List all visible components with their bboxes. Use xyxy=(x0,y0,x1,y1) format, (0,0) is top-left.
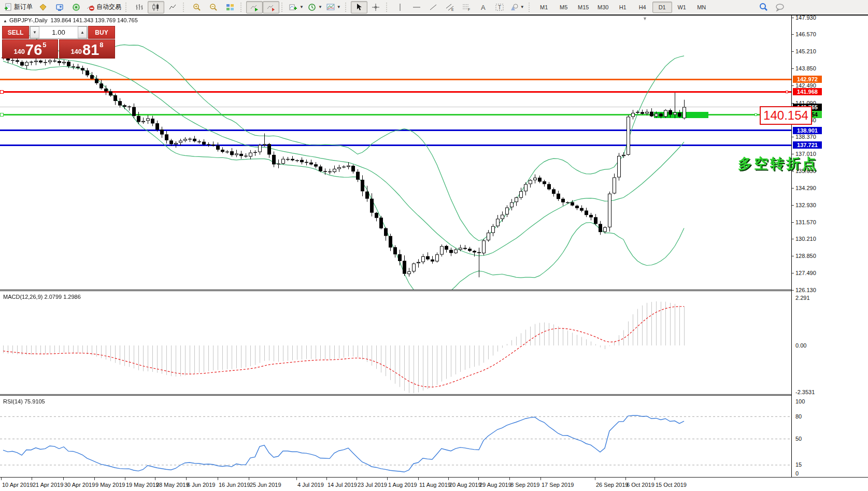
terminal-window: { "window": { "collapse_marker": "▲", "s… xyxy=(0,0,868,491)
timeframe-button-w1[interactable]: W1 xyxy=(672,2,692,13)
timeframe-button-h4[interactable]: H4 xyxy=(633,2,652,13)
price-tick-mark xyxy=(792,205,794,206)
price-callout-box[interactable]: 140.154 xyxy=(760,106,812,125)
date-tick-mark xyxy=(32,478,32,480)
price-tick-mark xyxy=(792,51,794,52)
hline-handle[interactable] xyxy=(755,113,757,116)
zoom-in-button[interactable] xyxy=(189,1,205,13)
hline-handle[interactable] xyxy=(0,113,4,117)
candlestick-chart-button[interactable] xyxy=(148,1,164,13)
indicators-icon xyxy=(289,3,297,11)
expert-advisors-button[interactable] xyxy=(51,1,68,13)
symbol-title: GBPJPY-,Daily xyxy=(9,17,48,23)
date-label: 21 Apr 2019 xyxy=(33,482,63,488)
chat-button[interactable] xyxy=(772,1,788,13)
shapes-button[interactable]: ▼ xyxy=(508,1,527,13)
templates-button[interactable]: ▼ xyxy=(324,1,343,13)
indicators-button[interactable]: ▼ xyxy=(287,1,306,13)
date-label: 6 Oct 2019 xyxy=(627,482,654,488)
autotrading-button[interactable]: 自动交易 xyxy=(84,1,123,13)
date-label: 23 Jul 2019 xyxy=(358,482,387,488)
timeframe-button-h1[interactable]: H1 xyxy=(613,2,633,13)
chart-shift-button[interactable] xyxy=(263,1,279,13)
buy-button[interactable]: BUY xyxy=(88,26,115,39)
price-tick-mark xyxy=(792,222,794,223)
zoom-out-button[interactable] xyxy=(205,1,222,13)
price-tick-label: 131.570 xyxy=(795,219,816,225)
trendline-button[interactable] xyxy=(425,1,442,13)
bar-chart-button[interactable] xyxy=(131,1,148,13)
date-label: 28 May 2019 xyxy=(156,482,189,488)
date-label: 11 Aug 2019 xyxy=(419,482,451,488)
vertical-line-button[interactable] xyxy=(392,1,408,13)
toolbar-grip xyxy=(240,3,244,12)
price-tick-label: 147.930 xyxy=(795,15,816,21)
price-axis[interactable]: 147.930146.570145.210143.850142.490141.0… xyxy=(791,16,868,491)
template-chart-icon xyxy=(326,3,335,11)
date-tick-mark xyxy=(654,478,655,480)
fibonacci-button[interactable]: F xyxy=(458,1,475,13)
cursor-button[interactable] xyxy=(351,1,367,13)
fibonacci-icon: F xyxy=(462,3,471,11)
crosshair-button[interactable] xyxy=(367,1,384,13)
sell-button[interactable]: SELL xyxy=(2,26,29,39)
price-tick-label: 138.370 xyxy=(795,134,816,140)
date-tick-mark xyxy=(448,478,449,480)
chart-window-button[interactable] xyxy=(35,1,51,13)
date-tick-mark xyxy=(418,478,419,480)
buy-price-sup: 8 xyxy=(99,41,103,49)
date-tick-mark xyxy=(595,478,595,480)
new-order-button[interactable]: 新订单 xyxy=(2,1,35,13)
horizontal-line-button[interactable] xyxy=(408,1,425,13)
crosshair-icon xyxy=(372,3,380,11)
price-tick-label: 134.290 xyxy=(795,185,816,191)
price-tick-label: 132.930 xyxy=(795,202,816,208)
chart-canvas[interactable] xyxy=(0,16,791,491)
collapse-marker-icon[interactable]: ▲ xyxy=(3,19,7,23)
zoom-out-icon xyxy=(209,3,218,11)
new-order-icon xyxy=(4,3,12,11)
timeframe-button-mn[interactable]: MN xyxy=(692,2,712,13)
timeframe-button-m15[interactable]: M15 xyxy=(574,2,593,13)
date-tick-mark xyxy=(478,478,479,480)
volume-input[interactable]: 1.00 xyxy=(39,26,78,38)
timeframe-button-m5[interactable]: M5 xyxy=(554,2,574,13)
signals-button[interactable] xyxy=(68,1,84,13)
dropdown-caret-icon: ▼ xyxy=(520,5,524,9)
periods-button[interactable]: ▼ xyxy=(306,1,324,13)
date-label: 19 May 2019 xyxy=(126,482,159,488)
volume-increase-button[interactable]: ▲ xyxy=(78,26,87,38)
search-button[interactable] xyxy=(755,1,772,13)
price-tick-label: 142.490 xyxy=(795,82,816,89)
text-label-button[interactable]: T xyxy=(491,1,508,13)
date-label: 15 Oct 2019 xyxy=(656,482,687,488)
buy-price-display[interactable]: 140 81 8 xyxy=(59,39,115,59)
sell-price-sup: 5 xyxy=(42,41,46,49)
chart-shift-icon xyxy=(267,3,275,11)
line-chart-button[interactable] xyxy=(164,1,181,13)
annotation-text[interactable]: 多空转折点 xyxy=(738,154,818,173)
date-tick-mark xyxy=(63,478,64,480)
profile-monitor-icon xyxy=(55,3,64,11)
timeframe-button-m1[interactable]: M1 xyxy=(534,2,554,13)
date-label: 6 Jun 2019 xyxy=(187,482,215,488)
date-axis[interactable]: 10 Apr 201921 Apr 201930 Apr 20199 May 2… xyxy=(0,477,868,491)
auto-scroll-button[interactable] xyxy=(246,1,263,13)
equidistant-channel-button[interactable]: E xyxy=(442,1,458,13)
signal-icon xyxy=(72,3,80,11)
volume-decrease-button[interactable]: ▼ xyxy=(30,26,39,38)
hline-handle[interactable] xyxy=(786,91,788,93)
autotrading-icon xyxy=(87,3,95,11)
timeframe-button-d1[interactable]: D1 xyxy=(652,2,672,13)
panel-separator[interactable] xyxy=(0,394,791,396)
svg-text:F: F xyxy=(468,8,470,11)
text-button[interactable]: A xyxy=(475,1,491,13)
sell-price-display[interactable]: 140 76 5 xyxy=(2,39,58,59)
toolbar-grip xyxy=(125,3,129,12)
timeframe-button-m30[interactable]: M30 xyxy=(593,2,613,13)
tile-windows-button[interactable] xyxy=(222,1,238,13)
panel-separator[interactable] xyxy=(0,290,791,291)
hline-handle[interactable] xyxy=(0,90,4,94)
date-tick-mark xyxy=(296,478,297,480)
macd-label: MACD(12,26,9) 2.0799 1.2986 xyxy=(3,294,81,300)
